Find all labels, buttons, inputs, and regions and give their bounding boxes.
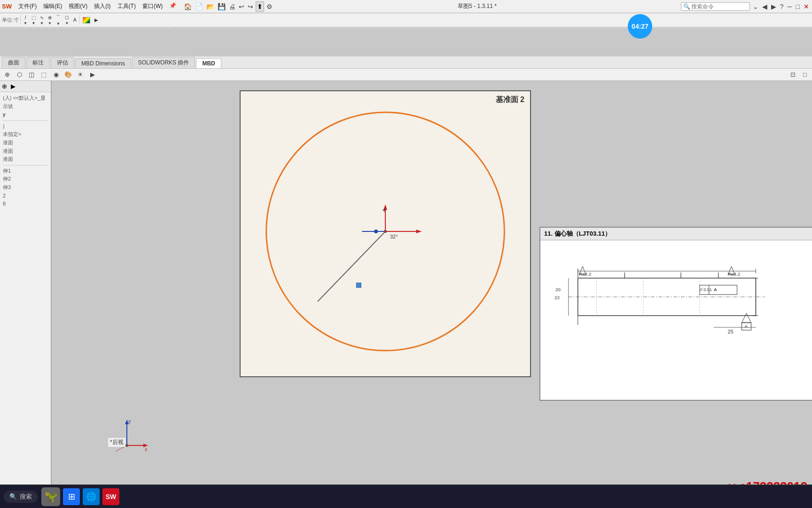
color-tool[interactable] bbox=[81, 15, 92, 26]
minimize-btn[interactable]: ─ bbox=[787, 2, 793, 11]
sep1 bbox=[20, 16, 21, 25]
circle-dropdown[interactable]: ▼ bbox=[48, 21, 52, 25]
close-btn[interactable]: ✕ bbox=[803, 2, 810, 11]
taskbar-mascot[interactable]: 🦖 bbox=[41, 487, 60, 506]
menu-pin[interactable]: 📌 bbox=[166, 1, 179, 11]
text-icon: A bbox=[73, 17, 77, 23]
edge-icon: 🌐 bbox=[86, 492, 96, 502]
taskbar-windows-btn[interactable]: ⊞ bbox=[63, 488, 80, 505]
left-panel: ⊕ ▶ (入) <<默认入>_显示状 y ) 未指定> 准面 准面 准面 伸1 … bbox=[0, 81, 52, 484]
view-scene-btn[interactable]: ☀ bbox=[75, 70, 86, 79]
redo-icon[interactable]: ↪ bbox=[247, 2, 254, 11]
menu-edit[interactable]: 编辑(E) bbox=[40, 1, 65, 11]
square-icon: ⬚ bbox=[31, 15, 36, 20]
property-panel: (入) <<默认入>_显示状 y ) 未指定> 准面 准面 准面 伸1 伸2 伸… bbox=[0, 92, 51, 210]
save-icon[interactable]: 💾 bbox=[217, 2, 226, 11]
view-appear-btn[interactable]: 🎨 bbox=[63, 70, 73, 79]
panel-expand-icon[interactable]: ▶ bbox=[11, 83, 16, 90]
svg-rect-9 bbox=[540, 241, 812, 400]
svg-text:x: x bbox=[145, 446, 148, 452]
circle-icon: ⊕ bbox=[48, 15, 52, 20]
window-title: 草图5 - 1.3.11 * bbox=[458, 2, 497, 10]
arc-tool[interactable]: ⌒ ▼ bbox=[55, 15, 62, 26]
menu-file[interactable]: 文件(F) bbox=[16, 1, 39, 11]
view-resize2-btn[interactable]: □ bbox=[800, 70, 810, 79]
maximize-btn[interactable]: □ bbox=[795, 2, 801, 11]
cursor-icon[interactable]: ⬆ bbox=[256, 1, 264, 12]
arc-icon: ⌒ bbox=[56, 14, 61, 21]
tab-surface[interactable]: 曲面 bbox=[2, 57, 25, 68]
panel-origin-icon[interactable]: ⊕ bbox=[2, 83, 7, 90]
ref-drawing-area: Ra3.2 Ra3.2 // 0.01 A A bbox=[540, 240, 812, 400]
view-orient-btn[interactable]: ⊕ bbox=[2, 70, 12, 79]
menu-insert[interactable]: 插入(I) bbox=[91, 1, 113, 11]
coord-axes: y x bbox=[113, 417, 150, 456]
view-hide-btn[interactable]: ◉ bbox=[51, 70, 61, 79]
text-tool[interactable]: A bbox=[72, 15, 78, 26]
prop-datum3: 准面 bbox=[3, 155, 48, 164]
undo-icon[interactable]: ↩ bbox=[238, 2, 245, 11]
search-icon: 🔍 bbox=[683, 3, 690, 10]
print-icon[interactable]: 🖨 bbox=[228, 2, 236, 11]
drawing-area[interactable]: 基准面 2 32° bbox=[240, 90, 531, 377]
prop-datum2: 准面 bbox=[3, 147, 48, 156]
prop-y: y bbox=[3, 111, 48, 119]
tab-mbd[interactable]: MBD bbox=[196, 58, 221, 68]
view-resize1-btn[interactable]: ⊡ bbox=[788, 70, 798, 79]
search-input[interactable] bbox=[691, 3, 748, 10]
prop-paren: ) bbox=[3, 122, 48, 131]
open-icon[interactable]: 📂 bbox=[205, 2, 215, 11]
help-forward-icon[interactable]: ▶ bbox=[770, 2, 777, 11]
help-icon[interactable]: ? bbox=[779, 2, 785, 11]
prop-datum1: 准面 bbox=[3, 139, 48, 147]
view-toolbar: ⊕ ⬡ ◫ ⬚ ◉ 🎨 ☀ ▶ ⊡ □ bbox=[0, 69, 812, 81]
menu-window[interactable]: 窗口(W) bbox=[140, 1, 165, 11]
taskbar-edge-btn[interactable]: 🌐 bbox=[83, 488, 100, 505]
view-expand-btn[interactable]: ▶ bbox=[87, 70, 98, 79]
prop-unspecified: 未指定> bbox=[3, 130, 48, 139]
tab-sw-plugins[interactable]: SOLIDWORKS 插件 bbox=[132, 57, 195, 68]
taskbar-search[interactable]: 🔍 搜索 bbox=[4, 491, 38, 503]
main-canvas: 基准面 2 32° bbox=[52, 81, 812, 484]
angle-label: 32° bbox=[390, 234, 398, 239]
app-logo: SW bbox=[2, 3, 12, 10]
view-section-btn[interactable]: ◫ bbox=[26, 70, 37, 79]
prop-default: (入) <<默认入>_显示状 bbox=[3, 94, 48, 111]
tab-mbd-dim[interactable]: MBD Dimensions bbox=[75, 58, 131, 68]
svg-text:22: 22 bbox=[554, 295, 560, 300]
taskbar-search-label: 搜索 bbox=[20, 492, 32, 501]
menu-view[interactable]: 视图(V) bbox=[66, 1, 90, 11]
options-icon[interactable]: ⚙ bbox=[265, 2, 273, 11]
line-tool[interactable]: / ▼ bbox=[22, 15, 29, 26]
circle-tool[interactable]: ⊕ ▼ bbox=[47, 15, 53, 26]
view-3d-btn[interactable]: ⬡ bbox=[14, 70, 24, 79]
taskbar-search-icon: 🔍 bbox=[9, 493, 17, 500]
curve-icon: ∿ bbox=[40, 15, 44, 20]
arc-dropdown[interactable]: ▼ bbox=[56, 22, 60, 26]
help-browse-icon[interactable]: ◀ bbox=[761, 2, 768, 11]
search-expand-icon[interactable]: ⌄ bbox=[752, 2, 759, 11]
h-axis-arrow bbox=[416, 230, 422, 233]
menu-tools[interactable]: 工具(T) bbox=[115, 1, 139, 11]
view-box-btn[interactable]: ⬚ bbox=[39, 70, 49, 79]
curve-dropdown[interactable]: ▼ bbox=[40, 21, 44, 25]
drawing-svg: 32° + bbox=[241, 91, 530, 376]
curve-tool[interactable]: ∿ ▼ bbox=[39, 15, 45, 26]
line-dropdown[interactable]: ▼ bbox=[23, 21, 27, 25]
new-icon[interactable]: 📄 bbox=[194, 2, 204, 11]
taskbar-sw-btn[interactable]: SW bbox=[102, 488, 119, 505]
shape-dropdown[interactable]: ▼ bbox=[32, 21, 36, 25]
shape-tool[interactable]: ⬚ ▼ bbox=[30, 15, 37, 26]
home-icon[interactable]: 🏠 bbox=[183, 2, 193, 11]
expand-icon[interactable]: ▶ bbox=[93, 15, 100, 26]
blue-dot bbox=[374, 230, 378, 233]
prop-ext1: 伸1 bbox=[3, 167, 48, 175]
mascot-icon: 🦖 bbox=[45, 491, 57, 503]
tab-annotation[interactable]: 标注 bbox=[26, 57, 50, 68]
tab-evaluate[interactable]: 评估 bbox=[51, 57, 74, 68]
command-search[interactable]: 🔍 bbox=[681, 2, 750, 11]
polygon-tool[interactable]: ⬡ ▼ bbox=[63, 15, 70, 26]
units-label: 单位:寸 bbox=[2, 16, 19, 24]
svg-text:A: A bbox=[714, 287, 717, 292]
polygon-dropdown[interactable]: ▼ bbox=[65, 21, 69, 25]
